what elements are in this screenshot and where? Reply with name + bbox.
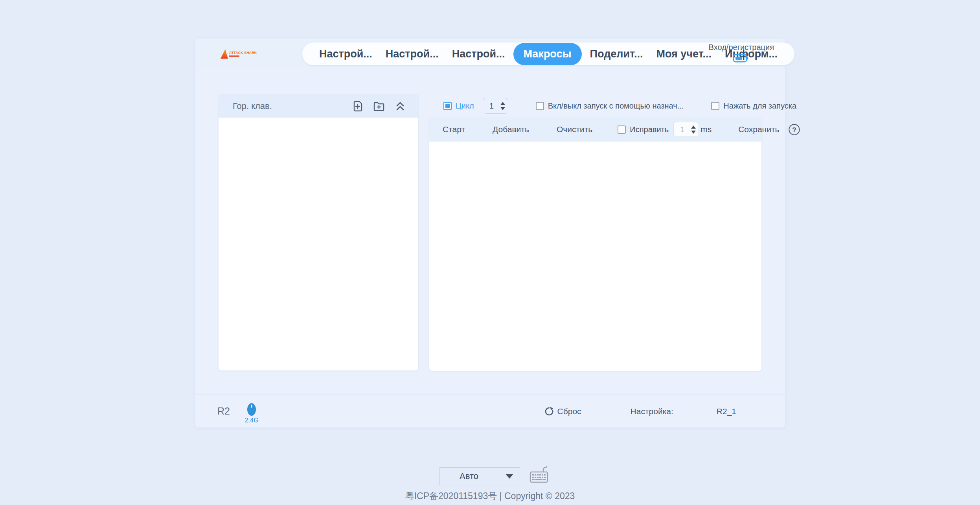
clear-button[interactable]: Очистить xyxy=(557,125,592,134)
reset-button[interactable]: Сброс xyxy=(544,407,581,416)
nav-tab-share[interactable]: Поделит... xyxy=(583,48,650,60)
fix-delay-up-icon[interactable] xyxy=(691,125,696,129)
profile-label: Настройка: xyxy=(631,407,673,416)
ms-unit-label: ms xyxy=(701,125,712,134)
fix-delay-checkbox[interactable] xyxy=(618,125,626,134)
svg-text:?: ? xyxy=(792,126,796,133)
copyright-text: 粤ICP备2020115193号 | Copyright © 2023 xyxy=(0,490,980,502)
nav-tab-settings-1[interactable]: Настрой... xyxy=(313,48,379,60)
loop-label: Цикл xyxy=(456,101,474,111)
press-to-run-checkbox[interactable] xyxy=(711,102,719,110)
press-to-run-label: Нажать для запуска xyxy=(723,101,796,111)
nav-tab-settings-2[interactable]: Настрой... xyxy=(379,48,445,60)
mode-select-value: Авто xyxy=(440,471,478,481)
collapse-up-icon[interactable] xyxy=(394,100,406,112)
add-button[interactable]: Добавить xyxy=(493,125,529,134)
mouse-icon xyxy=(247,403,256,416)
device-name: R2 xyxy=(217,405,230,417)
device-mouse-block[interactable]: 2.4G xyxy=(245,403,259,424)
folder-add-icon[interactable] xyxy=(373,100,385,112)
macro-list-body xyxy=(219,118,418,370)
profile-value[interactable]: R2_1 xyxy=(717,407,736,416)
assign-toggle-checkbox[interactable] xyxy=(536,102,544,110)
assign-toggle-label: Вкл/выкл запуск с помощью назнач... xyxy=(548,101,684,111)
loop-count-input[interactable] xyxy=(483,101,500,111)
fix-delay-stepper xyxy=(673,122,699,137)
connection-type-label: 2.4G xyxy=(245,417,259,424)
app-header: ATTACK SHARK Настрой... Настрой... Настр… xyxy=(195,39,785,69)
macro-record-panel: Старт Добавить Очистить Исправить ms Сох… xyxy=(429,117,761,371)
fix-delay-label: Исправить xyxy=(630,125,669,134)
device-status-bar: R2 2.4G Сброс Настройка: R2_1 xyxy=(195,394,785,428)
macro-list-panel: Гор. клав. xyxy=(219,94,418,370)
macro-options-row: Цикл Вкл/выкл запуск с помощью назнач...… xyxy=(429,94,761,117)
dropdown-caret-icon xyxy=(506,474,513,479)
macro-editor-area: Цикл Вкл/выкл запуск с помощью назнач...… xyxy=(429,94,761,371)
start-button[interactable]: Старт xyxy=(443,125,465,134)
fix-delay-down-icon[interactable] xyxy=(691,131,696,134)
loop-count-stepper xyxy=(483,98,508,114)
reset-label: Сброс xyxy=(557,407,581,416)
macro-list-title: Гор. клав. xyxy=(233,101,272,111)
mode-select[interactable]: Авто xyxy=(439,467,520,485)
keyboard-icon[interactable] xyxy=(529,465,549,485)
login-register-link[interactable]: Вход/регистрация xyxy=(709,43,774,52)
refresh-icon xyxy=(544,407,554,416)
page: ATTACK SHARK Настрой... Настрой... Настр… xyxy=(0,0,980,505)
loop-checkbox[interactable] xyxy=(443,102,452,110)
nav-tab-my-account[interactable]: Моя учет... xyxy=(649,48,718,60)
brand-logo-text: ATTACK SHARK xyxy=(229,51,257,55)
loop-count-up-icon[interactable] xyxy=(500,102,505,105)
macro-toolbar: Старт Добавить Очистить Исправить ms Сох… xyxy=(429,117,761,142)
battery-icon xyxy=(709,53,774,63)
account-area: Вход/регистрация xyxy=(709,43,774,63)
help-icon[interactable]: ? xyxy=(788,123,800,136)
save-button[interactable]: Сохранить xyxy=(738,125,779,134)
macro-list-header: Гор. клав. xyxy=(219,94,418,118)
nav-tab-settings-3[interactable]: Настрой... xyxy=(445,48,512,60)
macro-record-body xyxy=(429,142,761,371)
main-card: ATTACK SHARK Настрой... Настрой... Настр… xyxy=(195,39,785,428)
brand-logo-icon: ATTACK SHARK xyxy=(217,46,258,62)
brand-logo[interactable]: ATTACK SHARK xyxy=(217,46,258,62)
loop-count-down-icon[interactable] xyxy=(500,107,505,110)
fix-delay-input[interactable] xyxy=(674,125,691,134)
file-add-icon[interactable] xyxy=(351,100,364,112)
nav-tab-macros[interactable]: Макросы xyxy=(513,43,582,65)
